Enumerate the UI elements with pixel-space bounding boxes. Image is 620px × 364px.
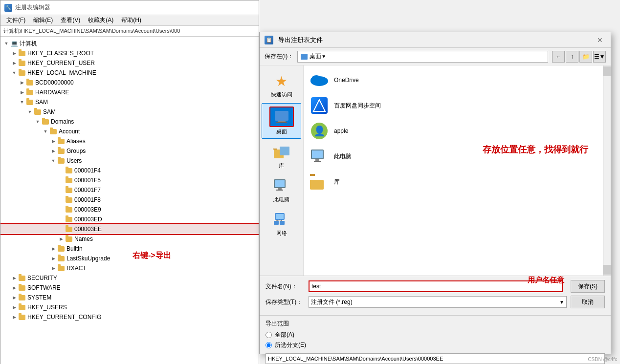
menu-view[interactable]: 查看(V) — [57, 15, 84, 25]
toolbar-up-btn[interactable]: ↑ — [566, 51, 578, 63]
sidebar-quick-access[interactable]: ★ 快速访问 — [262, 69, 301, 101]
svg-rect-8 — [278, 188, 282, 190]
menu-file[interactable]: 文件(F) — [2, 15, 29, 25]
tree-label: HKEY_LOCAL_MACHINE — [27, 69, 96, 76]
expand-icon: ▶ — [10, 305, 18, 310]
tree-item-software[interactable]: ▶ SOFTWARE — [0, 283, 259, 293]
save-location-dropdown[interactable]: 桌面 ▼ — [297, 51, 548, 63]
svg-rect-0 — [275, 111, 288, 121]
expand-icon: ▶ — [49, 256, 57, 261]
tree-item-classes-root[interactable]: ▶ HKEY_CLASSES_ROOT — [0, 48, 259, 58]
filename-input[interactable] — [309, 280, 563, 292]
tree-item-000001f8[interactable]: 000001F8 — [0, 195, 259, 205]
tree-item-account[interactable]: ▼ Account — [0, 127, 259, 136]
tree-label: SOFTWARE — [27, 284, 61, 291]
folder-icon — [26, 79, 34, 86]
tree-item-000001f5[interactable]: 000001F5 — [0, 175, 259, 185]
tree-item-sam-top[interactable]: ▼ SAM — [0, 97, 259, 107]
folder-icon — [57, 148, 65, 154]
tree-item-users[interactable]: ▼ Users — [0, 156, 259, 166]
tree-item-000003ee[interactable]: 000003EE — [0, 224, 259, 234]
filetype-dropdown[interactable]: 注册文件 (*.reg) ▼ — [309, 296, 567, 308]
tree-item-names[interactable]: ▶ Names — [0, 234, 259, 244]
dialog-file-list: OneDrive 百度网盘同步空间 👤 apple — [304, 65, 603, 276]
file-item-onedrive[interactable]: OneDrive — [308, 69, 599, 91]
tree-item-groups[interactable]: ▶ Groups — [0, 146, 259, 156]
save-button[interactable]: 保存(S) — [571, 280, 605, 293]
tree-label: SAM — [35, 99, 48, 106]
annotation-storage: 存放位置任意，找得到就行 — [483, 144, 588, 155]
expand-icon: ▶ — [18, 80, 26, 85]
expand-icon: ▶ — [10, 285, 18, 290]
svg-rect-22 — [315, 159, 319, 161]
tree-item-computer[interactable]: ▼ 💻 计算机 — [0, 39, 259, 48]
sidebar-network[interactable]: 网络 — [262, 208, 301, 240]
folder-icon — [26, 89, 34, 96]
tree-item-domains[interactable]: ▼ Domains — [0, 117, 259, 127]
tree-label-000003ee: 000003EE — [74, 226, 102, 233]
tree-item-security[interactable]: ▶ SECURITY — [0, 273, 259, 283]
sidebar-library[interactable]: 库 — [262, 141, 301, 172]
registry-tree: ▼ 💻 计算机 ▶ HKEY_CLASSES_ROOT ▶ HKEY_CURRE… — [0, 37, 259, 364]
sidebar-desktop-label: 桌面 — [276, 128, 287, 135]
tree-item-builtin[interactable]: ▶ Builtin — [0, 244, 259, 254]
expand-icon: ▼ — [42, 129, 49, 134]
tree-label: 000001F8 — [74, 196, 101, 203]
baidu-icon — [310, 97, 329, 114]
folder-icon — [57, 157, 65, 164]
file-item-library-label: 库 — [334, 178, 340, 186]
tree-item-000003ed[interactable]: 000003ED — [0, 214, 259, 224]
tree-item-sam-sub[interactable]: ▼ SAM — [0, 107, 259, 117]
toolbar-view-btn[interactable]: ☰▼ — [593, 51, 606, 63]
tree-item-lastsku[interactable]: ▶ LastSkuUpgrade — [0, 254, 259, 263]
onedrive-icon — [310, 71, 329, 89]
tree-item-rxact[interactable]: ▶ RXACT — [0, 263, 259, 273]
radio-selected-label: 所选分支(E) — [275, 341, 306, 349]
tree-item-local-machine[interactable]: ▼ HKEY_LOCAL_MACHINE — [0, 68, 259, 78]
star-icon: ★ — [272, 72, 291, 90]
dialog-close-button[interactable]: ✕ — [594, 34, 606, 46]
tree-item-000001f7[interactable]: 000001F7 — [0, 185, 259, 195]
tree-item-bcd[interactable]: ▶ BCD00000000 — [0, 78, 259, 87]
radio-selected[interactable] — [266, 342, 272, 348]
menu-edit[interactable]: 编辑(E) — [29, 15, 57, 25]
regedit-title: 注册表编辑器 — [15, 3, 50, 12]
menu-help[interactable]: 帮助(H) — [117, 15, 145, 25]
tree-item-hkey-current-config[interactable]: ▶ HKEY_CURRENT_CONFIG — [0, 312, 259, 322]
svg-rect-4 — [273, 149, 277, 150]
dialog-main-content: ★ 快速访问 桌面 — [260, 65, 611, 276]
file-item-onedrive-label: OneDrive — [334, 77, 359, 84]
cancel-button[interactable]: 取消 — [571, 296, 605, 308]
tree-item-000003e9[interactable]: 000003E9 — [0, 205, 259, 214]
folder-icon — [65, 216, 73, 223]
svg-rect-5 — [280, 147, 289, 155]
file-item-baidu[interactable]: 百度网盘同步空间 — [308, 95, 599, 116]
dialog-title: 导出注册表文件 — [278, 36, 323, 44]
tree-label: Builtin — [66, 245, 83, 252]
tree-label: HARDWARE — [35, 89, 69, 96]
tree-item-hardware[interactable]: ▶ HARDWARE — [0, 87, 259, 97]
radio-all-row: 全部(A) — [266, 331, 605, 339]
tree-item-000001f4[interactable]: 000001F4 — [0, 166, 259, 175]
tree-item-aliases[interactable]: ▶ Aliases — [0, 136, 259, 146]
toolbar-new-folder-btn[interactable]: 📁 — [579, 51, 592, 63]
sidebar-library-label: 库 — [279, 162, 284, 170]
tree-label: Account — [59, 128, 80, 135]
tree-item-current-user[interactable]: ▶ HKEY_CURRENT_USER — [0, 58, 259, 68]
selected-path-input[interactable] — [266, 353, 605, 364]
tree-item-system[interactable]: ▶ SYSTEM — [0, 293, 259, 302]
svg-line-15 — [280, 220, 282, 221]
menu-favorites[interactable]: 收藏夹(A) — [84, 15, 117, 25]
export-dialog: 📋 导出注册表文件 ✕ 保存在(I)： 桌面 ▼ ← ↑ 📁 ☰▼ ★ — [259, 32, 611, 354]
sidebar-this-pc[interactable]: 此电脑 — [262, 174, 301, 206]
filetype-row: 保存类型(T)： 注册文件 (*.reg) ▼ 取消 — [266, 296, 605, 308]
toolbar-back-btn[interactable]: ← — [552, 51, 565, 63]
file-item-apple[interactable]: 👤 apple — [308, 120, 599, 142]
tree-item-hkey-users[interactable]: ▶ HKEY_USERS — [0, 302, 259, 312]
file-item-library[interactable]: 库 — [308, 171, 599, 193]
save-location-label: 保存在(I)： — [265, 52, 293, 61]
desktop-icon — [269, 107, 294, 127]
radio-all[interactable] — [266, 332, 272, 338]
sidebar-desktop[interactable]: 桌面 — [262, 103, 301, 139]
dialog-scrollbar[interactable] — [603, 65, 611, 276]
